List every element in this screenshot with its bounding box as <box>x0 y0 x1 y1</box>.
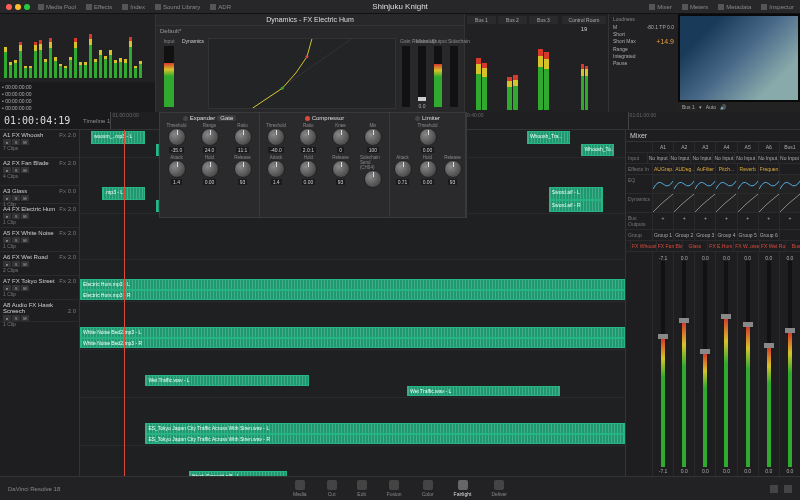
eq-thumb[interactable] <box>779 175 800 193</box>
mute-button[interactable]: M <box>21 195 29 201</box>
video-preview[interactable]: Bus 1▾Auto🔊 <box>678 14 800 112</box>
mixer-cell[interactable]: + <box>715 213 736 229</box>
track-lane[interactable]: ES_Tokyo Japan City Traffic Across With … <box>80 422 625 446</box>
fader-A1[interactable]: -7.1-7.1 <box>652 252 673 476</box>
fader-A4[interactable]: 0.00.0 <box>715 252 736 476</box>
mixer-cell[interactable]: + <box>779 213 800 229</box>
track-header-a2[interactable]: A2 FX Fan Blade Fx 2.0●SM4 Clips <box>0 158 79 186</box>
toolbar-metadata[interactable]: Metadata <box>718 4 751 10</box>
mixer-cell[interactable]: Group 6 <box>758 230 779 240</box>
dyn-thumb[interactable] <box>737 194 758 212</box>
track-header-a4[interactable]: A4 FX Electric Hum Fx 2.0●SM1 Clip <box>0 204 79 228</box>
knob-attack[interactable]: Attack1.4 <box>164 155 190 185</box>
toolbar-mixer[interactable]: Mixer <box>649 4 672 10</box>
audio-clip[interactable]: ES_Tokyo Japan City Traffic Across With … <box>145 423 625 434</box>
audio-clip[interactable]: Sword.aif - L <box>549 187 604 200</box>
section-toggle[interactable]: Limiter <box>422 115 440 121</box>
audio-clip[interactable]: Wet Traffic.wav - L <box>145 375 309 386</box>
fader-A6[interactable]: 0.00.0 <box>758 252 779 476</box>
audio-clip[interactable]: Whoosh_Tra... <box>527 131 571 144</box>
page-cut[interactable]: Cut <box>327 480 337 497</box>
fader-A5[interactable]: 0.00.0 <box>737 252 758 476</box>
track-lane[interactable]: Electric Hum.mp3 - LElectric Hum.mp3 - R <box>80 278 625 302</box>
page-color[interactable]: Color <box>422 480 434 497</box>
fader-Bus1[interactable]: 0.00.0 <box>779 252 800 476</box>
bus-tab[interactable]: Bus 3 <box>529 16 558 24</box>
master-timecode[interactable]: 01:00:04:19 <box>0 115 75 126</box>
knob-ratio[interactable]: Ratio11:1 <box>230 123 256 153</box>
fader-A3[interactable]: 0.00.0 <box>694 252 715 476</box>
mixer-cell[interactable] <box>779 164 800 174</box>
mute-button[interactable]: M <box>21 237 29 243</box>
mixer-cell[interactable]: Reverb <box>737 164 758 174</box>
knob-hold[interactable]: Hold0.00 <box>197 155 223 185</box>
mixer-ch-label[interactable]: A2 <box>673 142 694 152</box>
eq-thumb[interactable] <box>715 175 736 193</box>
knob-release[interactable]: Release93 <box>230 155 256 185</box>
section-toggle[interactable]: Expander <box>190 115 216 121</box>
mixer-cell[interactable]: No Input <box>712 153 734 163</box>
eq-thumb[interactable] <box>737 175 758 193</box>
timeline-name[interactable]: Timeline 1 <box>83 118 110 124</box>
track-header-a5[interactable]: A5 FX White Noise Fx 2.0●SM1 Clip <box>0 228 79 252</box>
settings-icon[interactable] <box>770 485 778 493</box>
marker[interactable]: • 00:00:00:00 <box>2 105 153 111</box>
eq-thumb[interactable] <box>758 175 779 193</box>
dyn-thumb[interactable] <box>758 194 779 212</box>
mute-button[interactable]: M <box>21 139 29 145</box>
project-icon[interactable] <box>784 485 792 493</box>
track-header-a6[interactable]: A6 FX Wet Road Fx 2.0●SM2 Clips <box>0 252 79 276</box>
mixer-cell[interactable]: AUDeg... <box>673 164 694 174</box>
mute-button[interactable]: M <box>21 167 29 173</box>
knob-release[interactable]: Release93 <box>328 155 354 189</box>
audio-clip[interactable]: woosm_..mp3 - L <box>91 131 146 144</box>
audio-clip[interactable]: Electric Hum.mp3 - L <box>80 279 625 290</box>
toolbar-index[interactable]: Index <box>122 4 145 10</box>
track-lane[interactable] <box>80 242 625 260</box>
knob-mix[interactable]: Mix100 <box>360 123 386 153</box>
audio-clip[interactable]: Wet Traffic.wav - L <box>407 386 560 397</box>
knob-ratio[interactable]: Ratio2.0:1 <box>295 123 321 153</box>
eq-thumb[interactable] <box>673 175 694 193</box>
section-toggle[interactable]: Compressor <box>312 115 345 121</box>
toolbar-media-pool[interactable]: Media Pool <box>38 4 76 10</box>
mute-button[interactable]: M <box>21 213 29 219</box>
volume-icon[interactable]: 🔊 <box>720 104 726 110</box>
knob-release[interactable]: Release93 <box>442 155 463 185</box>
mixer-cell[interactable]: No Input <box>690 153 712 163</box>
toolbar-effects[interactable]: Effects <box>86 4 112 10</box>
toolbar-meters[interactable]: Meters <box>682 4 708 10</box>
mixer-cell[interactable]: Pitch... <box>715 164 736 174</box>
knob-hold[interactable]: Hold0.00 <box>417 155 438 185</box>
knob-hold[interactable]: Hold0.00 <box>295 155 321 189</box>
bus-tab[interactable]: Bus 2 <box>498 16 527 24</box>
mixer-ch-label[interactable]: A4 <box>715 142 736 152</box>
marker[interactable]: • 00:00:00:00 <box>2 84 153 90</box>
mixer-cell[interactable]: Group 1 <box>652 230 673 240</box>
track-header-a8[interactable]: A8 Audio FX Hawk Screech 2.0●SM1 Clip <box>0 300 79 322</box>
page-edit[interactable]: Edit <box>357 480 367 497</box>
knob-threshold[interactable]: Threshold-35.0 <box>164 123 190 153</box>
eq-thumb[interactable] <box>694 175 715 193</box>
knob-range[interactable]: Range24.0 <box>197 123 223 153</box>
toolbar-inspector[interactable]: Inspector <box>761 4 794 10</box>
eq-thumb[interactable] <box>652 175 673 193</box>
mixer-cell[interactable]: + <box>737 213 758 229</box>
knob-knee[interactable]: Knee0 <box>328 123 354 153</box>
mixer-cell[interactable]: No Input <box>756 153 778 163</box>
playhead[interactable] <box>124 130 125 476</box>
mixer-cell[interactable]: + <box>652 213 673 229</box>
mixer-cell[interactable]: Group 2 <box>673 230 694 240</box>
track-header-a1[interactable]: A1 FX Whoosh Fx 2.0●SM7 Clips <box>0 130 79 158</box>
mute-button[interactable]: M <box>21 285 29 291</box>
mixer-ch-label[interactable]: A1 <box>652 142 673 152</box>
mixer-cell[interactable] <box>779 230 800 240</box>
audio-clip[interactable]: Electric Hum.mp3 - R <box>80 290 625 301</box>
dyn-thumb[interactable] <box>694 194 715 212</box>
page-deliver[interactable]: Deliver <box>491 480 507 497</box>
toolbar-adr[interactable]: ADR <box>210 4 231 10</box>
page-fusion[interactable]: Fusion <box>387 480 402 497</box>
mixer-cell[interactable]: No Input <box>734 153 756 163</box>
fader-A2[interactable]: 0.00.0 <box>673 252 694 476</box>
mixer-cell[interactable]: AUGrap... <box>652 164 673 174</box>
